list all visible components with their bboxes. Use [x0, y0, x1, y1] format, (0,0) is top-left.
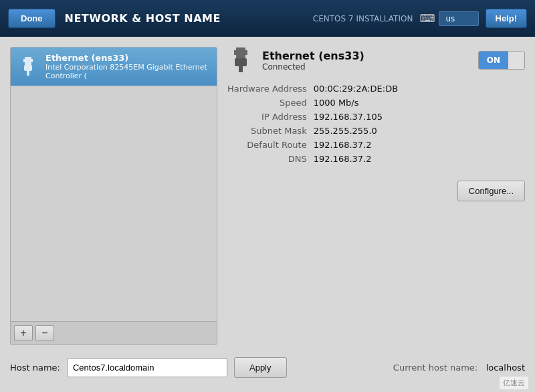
- svg-rect-0: [25, 57, 31, 65]
- toggle-on[interactable]: ON: [479, 52, 508, 69]
- main-content: Ethernet (ens33) Intel Corporation 82545…: [0, 37, 535, 392]
- svg-rect-8: [235, 58, 247, 66]
- dns-value: 192.168.37.2: [314, 154, 525, 164]
- keyboard-icon: ⌨: [419, 12, 435, 25]
- svg-rect-2: [31, 59, 33, 62]
- hardware-address-label: Hardware Address: [227, 84, 307, 94]
- interfaces-toolbar: + −: [11, 321, 217, 345]
- svg-rect-6: [234, 50, 236, 55]
- configure-button[interactable]: Configure...: [457, 181, 525, 201]
- svg-rect-5: [236, 47, 245, 58]
- dns-label: DNS: [227, 154, 307, 164]
- default-route-value: 192.168.37.2: [314, 140, 525, 150]
- remove-interface-button[interactable]: −: [35, 325, 54, 341]
- interface-name: Ethernet (ens33): [45, 53, 210, 63]
- current-hostname: Current host name: localhost: [393, 363, 525, 373]
- interfaces-list: Ethernet (ens33) Intel Corporation 82545…: [11, 47, 217, 321]
- ip-address-label: IP Address: [227, 112, 307, 122]
- add-interface-button[interactable]: +: [14, 325, 33, 341]
- help-button[interactable]: Help!: [486, 9, 528, 28]
- interface-item[interactable]: Ethernet (ens33) Intel Corporation 82545…: [11, 47, 217, 86]
- device-info: Ethernet (ens33) Connected: [262, 50, 470, 72]
- hardware-address-value: 00:0C:29:2A:DE:DB: [314, 84, 525, 94]
- svg-rect-9: [239, 66, 243, 72]
- done-button[interactable]: Done: [8, 9, 56, 28]
- header: Done NETWORK & HOST NAME CENTOS 7 INSTAL…: [0, 0, 535, 37]
- subnet-mask-label: Subnet Mask: [227, 126, 307, 136]
- language-display[interactable]: us: [439, 11, 479, 26]
- device-icon-wrap: [227, 47, 254, 74]
- speed-label: Speed: [227, 98, 307, 108]
- current-hostname-label: Current host name:: [393, 363, 477, 373]
- hostname-input[interactable]: [67, 358, 227, 377]
- network-adapter-icon: [17, 56, 39, 78]
- hostname-row: Host name: Apply Current host name: loca…: [10, 353, 525, 382]
- current-hostname-value: localhost: [486, 363, 525, 373]
- interface-description: Intel Corporation 82545EM Gigabit Ethern…: [45, 63, 210, 80]
- details-bottom: Configure...: [227, 174, 525, 201]
- toggle-off[interactable]: [508, 52, 524, 69]
- default-route-label: Default Route: [227, 140, 307, 150]
- watermark: 亿速云: [500, 377, 528, 389]
- details-panel: Ethernet (ens33) Connected ON Hardware A…: [227, 47, 525, 345]
- centos-label: CENTOS 7 INSTALLATION: [313, 14, 413, 23]
- page-title: NETWORK & HOST NAME: [65, 12, 221, 25]
- svg-rect-3: [24, 65, 32, 71]
- device-header: Ethernet (ens33) Connected ON: [227, 47, 525, 74]
- network-plug-svg: [19, 57, 37, 77]
- header-right: CENTOS 7 INSTALLATION ⌨ us Help!: [313, 9, 527, 28]
- hostname-label: Host name:: [10, 363, 60, 373]
- apply-button[interactable]: Apply: [234, 357, 287, 378]
- keyboard-widget: ⌨ us: [419, 11, 478, 26]
- interface-info: Ethernet (ens33) Intel Corporation 82545…: [45, 53, 210, 80]
- svg-rect-7: [245, 50, 247, 55]
- device-network-icon: [229, 47, 253, 73]
- ip-address-value: 192.168.37.105: [314, 112, 525, 122]
- device-status: Connected: [262, 62, 470, 72]
- svg-rect-1: [23, 59, 25, 62]
- content-row: Ethernet (ens33) Intel Corporation 82545…: [10, 47, 525, 345]
- details-table: Hardware Address 00:0C:29:2A:DE:DB Speed…: [227, 84, 525, 164]
- subnet-mask-value: 255.255.255.0: [314, 126, 525, 136]
- toggle-switch[interactable]: ON: [478, 51, 525, 70]
- svg-rect-4: [27, 71, 29, 76]
- speed-value: 1000 Mb/s: [314, 98, 525, 108]
- interfaces-panel: Ethernet (ens33) Intel Corporation 82545…: [10, 47, 217, 345]
- device-name: Ethernet (ens33): [262, 50, 470, 62]
- header-left: Done NETWORK & HOST NAME: [8, 9, 221, 28]
